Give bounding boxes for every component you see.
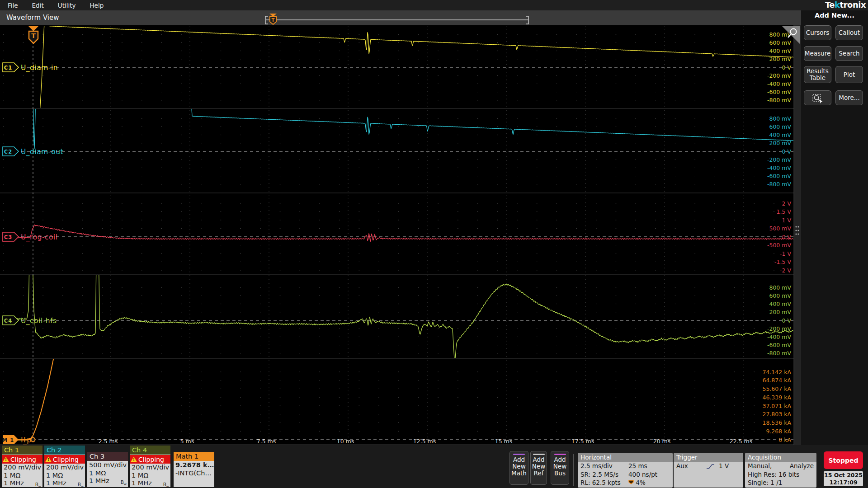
- acq-single: Single: 1 /1: [745, 479, 816, 487]
- channel-name-label: U_coil-hfs: [21, 317, 57, 325]
- time-axis-label: 2.5 ms: [99, 438, 118, 445]
- scope-svg[interactable]: 800 mV600 mV400 mV200 mV0 V-200 mV-400 m…: [0, 25, 801, 445]
- time-axis-label: 15 ms: [495, 438, 513, 445]
- bandwidth-icon: Bw: [35, 481, 41, 487]
- acq-mode: Manual,: [748, 462, 772, 469]
- scale-label: 64.874 kA: [762, 377, 791, 384]
- clipping-warning: !Clipping: [2, 455, 42, 464]
- trigger-panel-title: Trigger: [674, 453, 743, 462]
- bandwidth-icon: Bw: [163, 481, 169, 487]
- oscilloscope-app: File Edit Utility Help Tektronix Wavefor…: [0, 0, 868, 488]
- acquisition-panel-title: Acquisition: [745, 453, 816, 462]
- scale-label: 600 mV: [769, 39, 791, 46]
- add-new-bus-button[interactable]: AddNewBus: [551, 451, 569, 485]
- run-stop-status-button[interactable]: Stopped: [824, 451, 863, 469]
- accent-bar: [533, 454, 545, 455]
- time-axis-label: 20 ms: [653, 438, 671, 445]
- warning-icon: !: [131, 457, 137, 462]
- channel-badge-math1[interactable]: Math 19.2678 k…-INTG(Ch…: [174, 452, 214, 487]
- warning-icon: !: [3, 457, 9, 462]
- scale-label: 1.5 V: [777, 208, 792, 215]
- scale-label: 74.142 kA: [762, 369, 791, 375]
- warning-icon: !: [45, 457, 52, 462]
- math-handle-icon[interactable]: [31, 438, 35, 442]
- channel-name-label: U_rog-coil: [21, 233, 58, 242]
- scale-label: 18.536 kA: [762, 419, 791, 426]
- add-new-plot-button[interactable]: Plot: [835, 66, 863, 83]
- channel-badge-row: 1 MΩ: [87, 469, 128, 478]
- scale-label: 9.268 kA: [766, 428, 791, 435]
- acq-analyze: Analyze: [790, 462, 814, 470]
- channel-badge-row: 200 mV/div: [130, 464, 170, 472]
- time-axis-label: 5 ms: [180, 438, 194, 445]
- trigger-caret-icon: [269, 14, 277, 17]
- add-new-results-table-button[interactable]: ResultsTable: [804, 66, 831, 83]
- scale-label: 46.339 kA: [762, 394, 791, 401]
- bandwidth-icon: Bw: [121, 479, 127, 487]
- channel-badge-row: 1 MHzBw: [130, 479, 170, 487]
- add-new-math-button[interactable]: AddNewMath: [509, 451, 528, 485]
- add-new-callout-button[interactable]: Callout: [835, 25, 863, 40]
- channel-badge-row: 9.2678 k…: [174, 461, 214, 469]
- menu-bar: File Edit Utility Help Tektronix: [0, 0, 868, 10]
- rising-edge-icon: [706, 463, 715, 469]
- date-label: 15 Oct 2025: [824, 472, 863, 479]
- trigger-position-icon: [628, 480, 634, 486]
- tektronix-logo: Tektronix: [825, 0, 866, 9]
- channel-badge-row: 200 mV/div: [44, 464, 85, 472]
- svg-text:T: T: [272, 18, 275, 23]
- svg-text:C4: C4: [4, 318, 12, 324]
- menu-file[interactable]: File: [8, 2, 18, 9]
- clipping-warning: !Clipping: [130, 455, 170, 464]
- scale-label: -800 mV: [767, 97, 792, 103]
- channel-badge-row: 1 MΩ: [44, 472, 85, 480]
- scale-label: -600 mV: [767, 173, 792, 179]
- panel-splitter[interactable]: [794, 25, 801, 445]
- time-label: 12:17:09 AM: [824, 479, 863, 488]
- channel-badge-title: Ch 1: [2, 446, 42, 455]
- date-time-display: 15 Oct 2025 12:17:09 AM: [824, 471, 863, 486]
- menu-utility[interactable]: Utility: [58, 2, 76, 9]
- add-new-ref-button[interactable]: AddNewRef: [530, 451, 547, 485]
- add-new-search-button[interactable]: Search: [835, 46, 863, 61]
- channel-badge-ch2[interactable]: Ch 2!Clipping200 mV/div1 MΩ1 MHzBw: [44, 446, 85, 487]
- channel-badge-row: 1 MHzBw: [44, 479, 85, 487]
- channel-badge-ch3[interactable]: Ch 3500 mV/div1 MΩ1 MHzBw: [87, 452, 128, 487]
- svg-text:M 1: M 1: [2, 437, 14, 443]
- panel-divider: [803, 87, 866, 87]
- menu-edit[interactable]: Edit: [32, 2, 44, 9]
- horizontal-scale: 2.5 ms/div: [580, 462, 613, 469]
- svg-text:T: T: [31, 32, 36, 39]
- channel-badge-ch1[interactable]: Ch 1!Clipping200 mV/div1 MΩ1 MHzBw: [2, 446, 42, 487]
- trigger-settings-panel[interactable]: Trigger Aux 1 V: [674, 453, 743, 488]
- acquisition-window-indicator[interactable]: T: [264, 12, 531, 28]
- scale-label: -600 mV: [767, 89, 792, 95]
- zoom-select-tool-button[interactable]: [804, 90, 831, 105]
- horizontal-settings-panel[interactable]: Horizontal 2.5 ms/div25 ms SR: 2.5 MS/s4…: [578, 453, 673, 488]
- add-new-cursors-button[interactable]: Cursors: [804, 25, 831, 40]
- svg-text:C2: C2: [4, 149, 12, 155]
- scale-label: 400 mV: [769, 131, 791, 138]
- scale-label: 200 mV: [769, 140, 791, 146]
- scale-label: 800 mV: [769, 115, 791, 122]
- scale-label: 55.607 kA: [762, 385, 791, 392]
- horizontal-window: 25 ms: [628, 462, 647, 470]
- divider: [819, 454, 819, 486]
- svg-text:C3: C3: [4, 234, 12, 240]
- view-title[interactable]: Waveform View: [6, 14, 59, 22]
- scale-label: 2 V: [782, 200, 792, 207]
- waveform-plot[interactable]: 800 mV600 mV400 mV200 mV0 V-200 mV-400 m…: [0, 25, 801, 445]
- menu-help[interactable]: Help: [90, 2, 104, 9]
- add-new-header: Add New...: [801, 12, 868, 19]
- scale-label: 400 mV: [769, 47, 791, 54]
- scale-label: -200 mV: [767, 156, 792, 163]
- scale-label: 37.071 kA: [762, 403, 791, 409]
- channel-badge-ch4[interactable]: Ch 4!Clipping200 mV/div1 MΩ1 MHzBw: [130, 446, 170, 487]
- add-new-more-button[interactable]: More...: [835, 90, 863, 105]
- add-new-measure-button[interactable]: Measure: [804, 46, 831, 61]
- acquisition-settings-panel[interactable]: Acquisition Manual,Analyze High Res: 16 …: [745, 453, 816, 488]
- clipping-warning: !Clipping: [44, 455, 85, 464]
- add-new-panel: Add New... CursorsCalloutMeasureSearchRe…: [801, 10, 868, 445]
- scale-label: 800 mV: [769, 284, 791, 291]
- scale-label: -200 mV: [767, 72, 792, 79]
